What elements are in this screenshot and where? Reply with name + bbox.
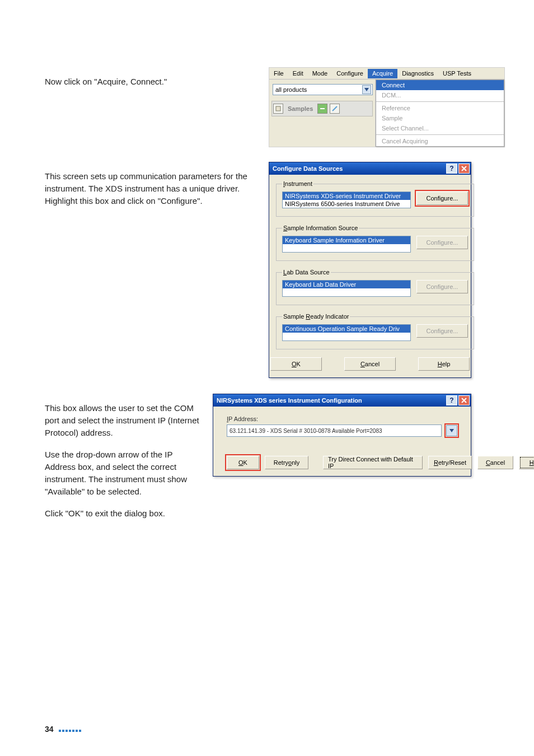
help-button[interactable]: Help	[418, 357, 470, 371]
menu-usp-tests[interactable]: USP Tests	[438, 69, 476, 78]
products-combo-value: all products	[275, 86, 307, 93]
help-icon[interactable]: ?	[446, 164, 457, 174]
group-sample-info: Sample Information Source Keyboard Sampl…	[276, 225, 474, 261]
group-instrument: IInstrumentnstrument NIRSystems XDS-seri…	[276, 180, 474, 217]
instruction-text: Click "OK" to exit the dialog box.	[45, 507, 202, 520]
close-icon[interactable]	[458, 395, 470, 405]
samples-toolbar: Samples	[271, 101, 373, 116]
instrument-listbox[interactable]: NIRSystems XDS-series Instrument Driver …	[282, 192, 411, 208]
group-lab-data: Lab Data Source Keyboard Lab Data Driver…	[276, 269, 474, 305]
nir-config-dialog: NIRSystems XDS series Instrument Configu…	[213, 394, 471, 477]
sample-ready-listbox[interactable]: Continuous Operation Sample Ready Driv	[282, 324, 411, 341]
menu-edit[interactable]: Edit	[288, 69, 308, 78]
configure-button: Configure...	[416, 280, 468, 293]
instruction-text: This screen sets up communication parame…	[45, 170, 257, 207]
minus-icon[interactable]	[317, 104, 327, 114]
menu-acquire[interactable]: Acquire	[368, 69, 397, 78]
dialog-title: NIRSystems XDS series Instrument Configu…	[217, 397, 445, 404]
configure-button: Configure...	[416, 324, 468, 338]
menu-configure[interactable]: Configure	[332, 69, 368, 78]
ip-address-label: IP Address:	[227, 416, 457, 422]
dialog-titlebar[interactable]: NIRSystems XDS series Instrument Configu…	[213, 394, 471, 407]
menubar: File Edit Mode Configure Acquire Diagnos…	[269, 68, 504, 80]
instruction-text: This box allows the user to set the COM …	[45, 402, 202, 438]
menu-mode[interactable]: Mode	[308, 69, 332, 78]
group-lab-data-label: Lab Data Source	[282, 269, 331, 276]
menu-item-sample: Sample	[376, 113, 504, 123]
footer-dots	[58, 725, 82, 734]
menu-item-dcm: DCM...	[376, 90, 504, 100]
group-instrument-label: IInstrumentnstrument	[282, 180, 313, 187]
chevron-down-icon[interactable]	[362, 85, 371, 94]
menu-item-cancel-acquiring: Cancel Acquiring	[376, 136, 504, 146]
acquire-dropdown: Connect DCM... Reference Sample Select C…	[376, 80, 504, 147]
ok-button[interactable]: OK	[227, 456, 259, 469]
sample-info-listbox[interactable]: Keyboard Sample Information Driver	[282, 236, 411, 253]
cancel-button[interactable]: Cancel	[477, 456, 513, 469]
group-sample-ready-label: Sample Ready Indicator	[282, 313, 350, 320]
dialog-titlebar[interactable]: Configure Data Sources ?	[269, 162, 471, 175]
group-sample-info-label: Sample Information Source	[282, 225, 359, 231]
menu-item-reference: Reference	[376, 103, 504, 113]
menu-file[interactable]: File	[269, 69, 288, 78]
instruction-text: Use the drop-down arrow of the IP Addres…	[45, 449, 202, 497]
retry-reset-button[interactable]: Retry/Reset	[428, 456, 472, 469]
lab-data-listbox[interactable]: Keyboard Lab Data Driver	[282, 280, 411, 297]
configure-button: Configure...	[416, 236, 468, 249]
close-icon[interactable]	[458, 164, 470, 174]
help-icon[interactable]: ?	[446, 395, 457, 405]
list-item[interactable]: Continuous Operation Sample Ready Driv	[283, 325, 410, 333]
page-footer: 34	[45, 725, 82, 734]
try-direct-connect-button[interactable]: Try Direct Connect with Default IP	[323, 456, 423, 469]
paste-icon[interactable]	[273, 104, 283, 114]
ok-button[interactable]: OK	[270, 357, 322, 371]
help-button[interactable]: Help	[519, 456, 534, 469]
retry-only-button[interactable]: Retry only	[265, 456, 308, 469]
page-number: 34	[45, 725, 54, 734]
menu-diagnostics[interactable]: Diagnostics	[397, 69, 438, 78]
configure-data-sources-dialog: Configure Data Sources ? IInstrumentnstr…	[269, 162, 471, 378]
list-item[interactable]: NIRSystems XDS-series Instrument Driver	[283, 192, 410, 200]
configure-button[interactable]: Configure...	[416, 192, 468, 205]
products-combo[interactable]: all products	[273, 84, 373, 95]
instruction-text: Now click on "Acquire, Connect."	[45, 76, 257, 88]
list-item[interactable]: NIRSystems 6500-series Instrument Drive	[283, 200, 410, 208]
separator	[376, 101, 504, 102]
samples-label: Samples	[285, 105, 315, 112]
group-sample-ready: Sample Ready Indicator Continuous Operat…	[276, 313, 474, 349]
list-item[interactable]: Keyboard Sample Information Driver	[283, 236, 410, 244]
menu-item-connect[interactable]: Connect	[376, 80, 504, 90]
cancel-button[interactable]: Cancel	[344, 357, 396, 371]
menu-screenshot: File Edit Mode Configure Acquire Diagnos…	[269, 67, 505, 147]
svg-rect-0	[276, 106, 280, 111]
dialog-title: Configure Data Sources	[273, 165, 445, 172]
tool-icon[interactable]	[330, 104, 340, 114]
list-item[interactable]: Keyboard Lab Data Driver	[283, 281, 410, 288]
ip-address-combo[interactable]: 63.121.141.39 - XDS Serial # 3010-0878 A…	[227, 424, 442, 437]
separator	[376, 134, 504, 135]
menu-item-select-channel: Select Channel...	[376, 123, 504, 133]
chevron-down-icon[interactable]	[446, 425, 457, 436]
ip-address-value: 63.121.141.39 - XDS Serial # 3010-0878 A…	[229, 428, 382, 434]
